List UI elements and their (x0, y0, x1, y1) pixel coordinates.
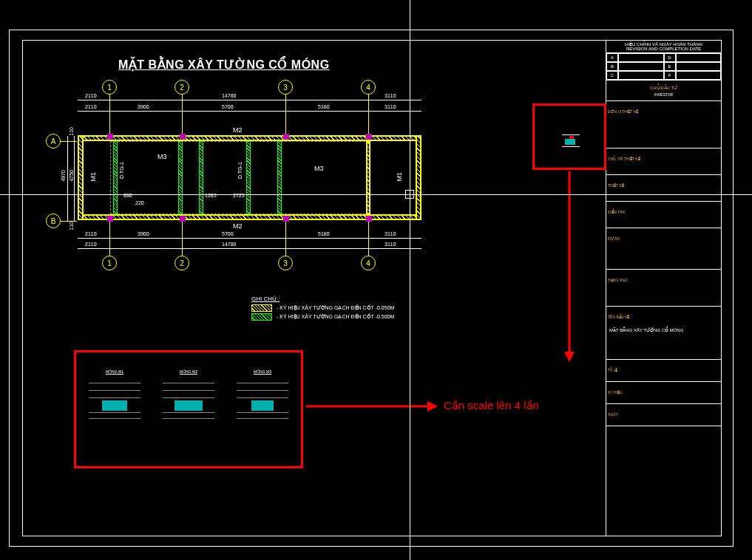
green-wall (246, 141, 251, 214)
column-marker (107, 134, 113, 140)
tb-footer (606, 426, 721, 463)
tb-item: HẠNG MỤC (606, 270, 721, 307)
grid-bubble-3-top: 3 (278, 80, 293, 95)
grid-bubble-1-bot: 1 (102, 256, 117, 270)
annotation-arrow-right (306, 399, 439, 414)
label-dtg1: D.TG-1 (119, 162, 124, 179)
tb-code: KÝ HIỆU (606, 382, 721, 404)
crosshair-vertical (410, 0, 410, 560)
dim-line (78, 111, 421, 112)
tb-revision-header: HIỆU CHỈNH VÀ NGÀY HOÀN THÀNH REVISION A… (606, 40, 721, 53)
dim-text: 14780 (222, 93, 236, 98)
green-wall (199, 141, 203, 214)
dim-text: 110 (69, 127, 74, 136)
detail-group[interactable]: MÓNG M1 MÓNG M2 MÓNG M3 (89, 369, 288, 428)
drawing-title: MẶT BẰNG XÂY TƯỜNG CỔ MÓNG (118, 58, 330, 72)
dim-text: 3900 (138, 104, 149, 109)
dim-text: 3900 (138, 231, 149, 236)
label-dtg2: D.TG-1 (237, 162, 243, 179)
grid-bubble-2-bot: 2 (175, 256, 189, 270)
label-m3-b: M3 (314, 165, 324, 172)
legend-row-1: - KÝ HIỆU XÂY TƯỜNG GẠCH ĐẾN CỐT -0.050M (251, 304, 394, 312)
wall-left (78, 135, 84, 220)
grid-bubble-3-bot: 3 (278, 256, 293, 270)
dim-text: 3110 (385, 93, 396, 98)
grid-bubble-a: A (46, 134, 61, 148)
dim-line (78, 100, 421, 100)
drawing-notes: GHI CHÚ : - KÝ HIỆU XÂY TƯỜNG GẠCH ĐẾN C… (251, 296, 394, 322)
dim-text: 2110 (85, 242, 97, 247)
dim-line (74, 136, 75, 221)
legend-row-2: - KÝ HIỆU XÂY TƯỜNG GẠCH ĐẾN CỐT -0.500M (251, 313, 394, 321)
dim-text: 3110 (385, 104, 396, 109)
detail-m1: MÓNG M1 (89, 369, 140, 428)
dim-text: 5180 (318, 104, 330, 109)
tb-project: DỰ ÁN (606, 228, 721, 270)
notes-heading: GHI CHÚ : (251, 296, 394, 302)
dim-text: 5700 (222, 231, 234, 236)
green-wall (277, 141, 282, 214)
dim-text: 2110 (85, 104, 97, 109)
dim-text: 3110 (385, 231, 396, 236)
dim-text: 5700 (222, 104, 234, 109)
label-m1-left: M1 (89, 172, 97, 182)
grid-bubble-4-bot: 4 (361, 256, 376, 270)
label-m2-bot: M2 (233, 222, 243, 230)
cursor-pickbox (405, 190, 414, 199)
grid-bubble-b: B (46, 214, 61, 228)
svg-marker-3 (427, 401, 438, 412)
grid-leader (182, 95, 183, 136)
tb-design: THIẾT KẾ (606, 175, 721, 202)
dim-door1-off: 220 (135, 200, 144, 205)
green-wall (113, 141, 118, 214)
grid-bubble-2-top: 2 (175, 80, 189, 95)
tb-designer: ĐƠN VỊ THIẾT KẾ (606, 101, 721, 148)
dim-text: 14780 (222, 242, 236, 247)
annotation-arrow-down (562, 171, 577, 363)
label-m2-top: M2 (233, 126, 243, 134)
grid-leader (109, 222, 110, 256)
dim-text: 2110 (85, 231, 97, 236)
crosshair-horizontal (0, 194, 752, 195)
column-marker (366, 216, 372, 222)
grid-bubble-4-top: 4 (361, 80, 376, 95)
column-marker (283, 134, 289, 140)
tb-check: KIỂM TRA (606, 202, 721, 228)
small-detail[interactable] (560, 132, 583, 151)
dim-line (67, 136, 68, 221)
tb-drawing-name: TÊN BẢN VẼ MẶT BẰNG XÂY TƯỜNG CỔ MÓNG (606, 307, 721, 360)
tb-lead: CHỦ TRÌ THIẾT KẾ (606, 148, 721, 175)
grid-leader (368, 222, 369, 256)
annotation-text: Cần scale lên 4 lần (444, 399, 539, 412)
tb-owner: CHỦ ĐẦU TƯ INVESTOR (606, 81, 721, 101)
tb-date: NGÀY (606, 404, 721, 426)
legend-swatch-yellow (251, 304, 272, 312)
tb-scale: TỶ LỆ (606, 360, 721, 382)
dim-line (78, 248, 421, 249)
detail-m3: MÓNG M3 (237, 369, 288, 428)
column-marker (283, 216, 289, 222)
grid-leader (182, 222, 183, 256)
svg-marker-1 (564, 352, 575, 362)
wall-right (416, 135, 421, 220)
grid-bubble-1-top: 1 (102, 80, 117, 95)
dim-text: 5180 (318, 231, 330, 236)
grid-leader (368, 95, 369, 136)
dim-line (78, 238, 421, 239)
green-wall (178, 141, 183, 214)
dim-text: 3110 (385, 242, 396, 247)
label-m1-right: M1 (396, 172, 403, 182)
column-marker (180, 216, 186, 222)
column-marker (180, 134, 186, 140)
grid-leader (109, 95, 110, 136)
dim-text: 4970 (61, 170, 66, 182)
door-opening-1 (129, 172, 147, 178)
door-opening-2 (207, 172, 229, 178)
grid-leader (285, 95, 286, 136)
detail-m2: MÓNG M2 (163, 369, 214, 428)
legend-swatch-green (251, 313, 272, 321)
column-marker (107, 216, 113, 222)
grid-leader (285, 222, 286, 256)
foundation-plan[interactable]: M1 M1 M2 M2 M3 M3 D.TG-1 D.TG-1 890 220 … (78, 135, 421, 220)
dim-text: 4750 (69, 170, 74, 182)
